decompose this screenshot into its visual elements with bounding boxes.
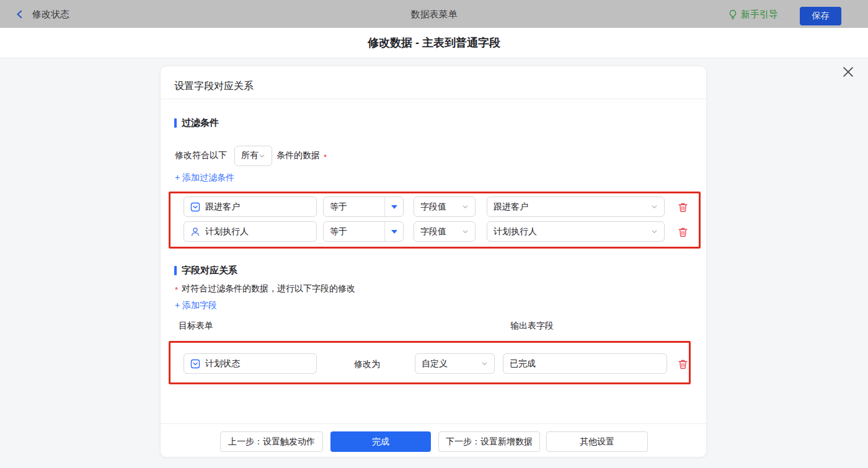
target-form-column-header: 目标表单 bbox=[179, 320, 213, 332]
filter-match-line: 修改符合以下 所有 条件的数据 * bbox=[175, 146, 327, 166]
add-filter-condition-link[interactable]: + 添加过滤条件 bbox=[175, 172, 234, 183]
value-type-select[interactable]: 字段值 bbox=[414, 196, 476, 217]
lightbulb-icon bbox=[728, 9, 738, 20]
chevron-down-icon bbox=[259, 152, 265, 159]
footer-divider bbox=[161, 423, 706, 424]
output-field-column-header: 输出表字段 bbox=[510, 320, 554, 332]
required-asterisk: * bbox=[175, 285, 178, 294]
select-field-icon bbox=[190, 202, 200, 212]
guide-label: 新手引导 bbox=[741, 9, 778, 20]
operator-select[interactable]: 等于 bbox=[323, 196, 404, 217]
top-bar: 修改状态 数据表菜单 新手引导 保存 bbox=[0, 0, 868, 28]
value-mode-select[interactable]: 自定义 bbox=[415, 353, 495, 374]
prev-step-button[interactable]: 上一步：设置触发动作 bbox=[220, 431, 323, 452]
dialog-header: 修改数据 - 主表到普通字段 bbox=[0, 28, 868, 58]
filter-prefix-label: 修改符合以下 bbox=[175, 150, 227, 161]
select-field-icon bbox=[190, 359, 200, 369]
mapping-description: *对符合过滤条件的数据，进行以下字段的修改 bbox=[175, 283, 355, 294]
done-button[interactable]: 完成 bbox=[330, 431, 431, 452]
modify-to-label: 修改为 bbox=[354, 359, 380, 370]
delete-row-icon[interactable] bbox=[676, 201, 689, 213]
mapping-field-input[interactable]: 计划状态 bbox=[184, 353, 317, 374]
custom-value-input[interactable]: 已完成 bbox=[503, 353, 667, 374]
delete-row-icon[interactable] bbox=[676, 358, 689, 370]
chevron-down-icon bbox=[651, 203, 658, 210]
filter-section-title: 过滤条件 bbox=[174, 117, 219, 129]
chevron-down-icon bbox=[462, 203, 469, 210]
delete-row-icon[interactable] bbox=[676, 226, 689, 238]
guide-button[interactable]: 新手引导 bbox=[728, 7, 778, 21]
required-asterisk: * bbox=[324, 152, 327, 162]
caret-down-icon bbox=[385, 230, 403, 234]
compare-value-select[interactable]: 计划执行人 bbox=[487, 221, 665, 242]
card-divider bbox=[161, 99, 706, 99]
other-settings-button[interactable]: 其他设置 bbox=[546, 431, 648, 452]
close-icon[interactable] bbox=[841, 64, 856, 79]
filter-suffix-label: 条件的数据 bbox=[277, 150, 320, 161]
compare-value-select[interactable]: 跟进客户 bbox=[487, 196, 665, 217]
chevron-down-icon bbox=[481, 360, 488, 367]
value-type-select[interactable]: 字段值 bbox=[414, 221, 476, 242]
add-field-link[interactable]: + 添加字段 bbox=[175, 300, 217, 311]
match-mode-select[interactable]: 所有 bbox=[234, 146, 272, 166]
section-accent-bar bbox=[174, 266, 177, 275]
mapping-section-title: 字段对应关系 bbox=[174, 265, 237, 276]
chevron-down-icon bbox=[651, 228, 658, 235]
filter-field-input[interactable]: 跟进客户 bbox=[184, 196, 317, 217]
next-step-button[interactable]: 下一步：设置新增数据 bbox=[438, 431, 540, 452]
dialog-title: 修改数据 - 主表到普通字段 bbox=[0, 28, 868, 58]
settings-card: 设置字段对应关系 过滤条件 修改符合以下 所有 条件的数据 * + 添加过滤条件… bbox=[160, 66, 707, 457]
chevron-down-icon bbox=[462, 228, 469, 235]
card-title: 设置字段对应关系 bbox=[174, 80, 254, 93]
person-icon bbox=[190, 227, 200, 237]
filter-field-input[interactable]: 计划执行人 bbox=[184, 221, 317, 242]
section-accent-bar bbox=[174, 118, 177, 128]
caret-down-icon bbox=[385, 205, 403, 209]
operator-select[interactable]: 等于 bbox=[323, 221, 404, 242]
save-button[interactable]: 保存 bbox=[800, 7, 841, 25]
